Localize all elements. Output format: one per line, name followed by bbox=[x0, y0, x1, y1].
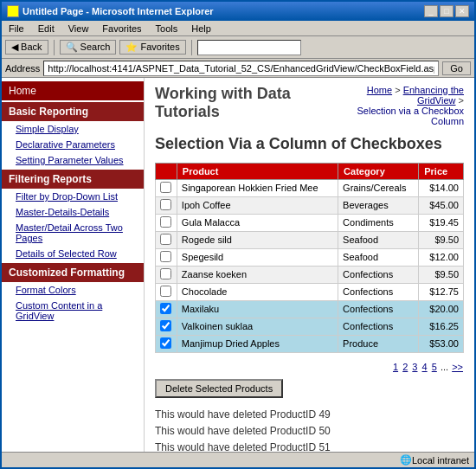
row-price: $45.00 bbox=[419, 196, 464, 214]
row-category: Produce bbox=[338, 335, 419, 352]
go-button[interactable]: Go bbox=[442, 61, 471, 75]
row-checkbox[interactable] bbox=[160, 199, 171, 210]
col-header-checkbox bbox=[156, 163, 177, 179]
row-product: Maxilaku bbox=[177, 300, 338, 318]
row-checkbox[interactable] bbox=[160, 182, 171, 193]
row-product: Valkoinen suklaa bbox=[177, 318, 338, 335]
delete-button[interactable]: Delete Selected Products bbox=[155, 379, 283, 398]
sidebar-item-filter-dropdown[interactable]: Filter by Drop-Down List bbox=[2, 189, 144, 204]
data-table: Product Category Price Singaporean Hokki… bbox=[155, 163, 464, 353]
message-item: This would have deleted ProductID 50 bbox=[155, 423, 464, 440]
search-input[interactable] bbox=[197, 40, 301, 55]
row-checkbox-cell bbox=[156, 300, 177, 318]
menu-file[interactable]: File bbox=[5, 22, 28, 35]
row-price: $53.00 bbox=[419, 335, 464, 352]
sidebar-item-setting-parameter-values[interactable]: Setting Parameter Values bbox=[2, 152, 144, 168]
delete-button-container: Delete Selected Products bbox=[155, 379, 464, 407]
sidebar-section-filtering-reports[interactable]: Filtering Reports bbox=[2, 170, 144, 189]
back-button[interactable]: ◀ Back bbox=[5, 40, 48, 55]
row-checkbox[interactable] bbox=[160, 216, 171, 228]
favorites-button[interactable]: ⭐ Favorites bbox=[119, 40, 185, 55]
row-category: Seafood bbox=[338, 248, 419, 266]
status-text: Local intranet bbox=[412, 455, 469, 466]
message-item: This would have deleted ProductID 49 bbox=[155, 407, 464, 423]
row-price: $14.00 bbox=[419, 179, 464, 196]
col-header-category: Category bbox=[338, 163, 419, 179]
row-checkbox-cell bbox=[156, 318, 177, 335]
page-link-next[interactable]: >> bbox=[452, 362, 463, 372]
row-checkbox[interactable] bbox=[160, 286, 171, 297]
table-row: MaxilakuConfections$20.00 bbox=[156, 300, 464, 318]
row-checkbox[interactable] bbox=[160, 337, 171, 349]
table-row: Gula MalaccaCondiments$19.45 bbox=[156, 214, 464, 231]
row-checkbox[interactable] bbox=[160, 251, 171, 262]
toolbar-separator-2 bbox=[191, 40, 192, 55]
browser-icon bbox=[7, 5, 19, 17]
row-product: Singaporean Hokkien Fried Mee bbox=[177, 179, 338, 196]
menu-help[interactable]: Help bbox=[188, 22, 215, 35]
sidebar-item-details-selected-row[interactable]: Details of Selected Row bbox=[2, 246, 144, 261]
row-checkbox[interactable] bbox=[160, 320, 171, 331]
menu-view[interactable]: View bbox=[65, 22, 93, 35]
minimize-button[interactable]: _ bbox=[424, 5, 438, 17]
row-category: Confections bbox=[338, 283, 419, 300]
sidebar-item-master-details[interactable]: Master-Details-Details bbox=[2, 204, 144, 220]
row-product: Manjimup Dried Apples bbox=[177, 335, 338, 352]
breadcrumb-sep-2: > bbox=[459, 95, 464, 106]
row-checkbox-cell bbox=[156, 214, 177, 231]
row-category: Beverages bbox=[338, 196, 419, 214]
row-category: Confections bbox=[338, 318, 419, 335]
row-checkbox-cell bbox=[156, 283, 177, 300]
site-title: Working with Data Tutorials bbox=[155, 85, 335, 121]
sidebar-item-declarative-parameters[interactable]: Declarative Parameters bbox=[2, 137, 144, 152]
sidebar-section-customized-formatting[interactable]: Customized Formatting bbox=[2, 263, 144, 282]
row-checkbox[interactable] bbox=[160, 234, 171, 245]
home-label: Home bbox=[9, 85, 36, 97]
row-product: Ipoh Coffee bbox=[177, 196, 338, 214]
page-link-3[interactable]: 3 bbox=[412, 362, 417, 372]
sidebar: Home Basic Reporting Simple Display Decl… bbox=[2, 78, 145, 452]
menu-tools[interactable]: Tools bbox=[152, 22, 182, 35]
sidebar-item-simple-display[interactable]: Simple Display bbox=[2, 121, 144, 137]
table-row: Valkoinen suklaaConfections$16.25 bbox=[156, 318, 464, 335]
menu-bar: File Edit View Favorites Tools Help bbox=[2, 21, 474, 36]
sidebar-item-master-detail-two-pages[interactable]: Master/Detail Across Two Pages bbox=[2, 220, 144, 246]
messages-container: This would have deleted ProductID 49This… bbox=[155, 407, 464, 452]
sidebar-item-custom-content-gridview[interactable]: Custom Content in a GridView bbox=[2, 298, 144, 324]
col-header-product: Product bbox=[177, 163, 338, 179]
row-product: Zaanse koeken bbox=[177, 266, 338, 283]
main-panel: Working with Data Tutorials Home > Enhan… bbox=[145, 78, 474, 452]
table-header-row: Product Category Price bbox=[156, 163, 464, 179]
page-link-5[interactable]: 5 bbox=[432, 362, 437, 372]
row-product: Rogede sild bbox=[177, 231, 338, 248]
page-link-2[interactable]: 2 bbox=[402, 362, 408, 372]
row-price: $12.75 bbox=[419, 283, 464, 300]
table-row: Singaporean Hokkien Fried MeeGrains/Cere… bbox=[156, 179, 464, 196]
row-checkbox-cell bbox=[156, 266, 177, 283]
sidebar-section-basic-reporting[interactable]: Basic Reporting bbox=[2, 102, 144, 121]
close-button[interactable]: ✕ bbox=[455, 5, 469, 17]
page-link-1[interactable]: 1 bbox=[393, 362, 398, 372]
status-icon: 🌐 bbox=[400, 454, 412, 466]
page-link-4[interactable]: 4 bbox=[422, 362, 428, 372]
menu-edit[interactable]: Edit bbox=[35, 22, 58, 35]
window-controls: _ □ ✕ bbox=[424, 5, 469, 17]
row-checkbox-cell bbox=[156, 248, 177, 266]
table-row: Ipoh CoffeeBeverages$45.00 bbox=[156, 196, 464, 214]
breadcrumb-parent[interactable]: Enhancing the GridView bbox=[403, 85, 464, 106]
maximize-button[interactable]: □ bbox=[440, 5, 453, 17]
breadcrumb-home[interactable]: Home bbox=[367, 85, 392, 95]
menu-favorites[interactable]: Favorites bbox=[99, 22, 145, 35]
breadcrumb: Home > Enhancing the GridView > Selectio… bbox=[335, 85, 464, 126]
sidebar-item-format-colors[interactable]: Format Colors bbox=[2, 282, 144, 298]
row-product: Spegesild bbox=[177, 248, 338, 266]
search-button[interactable]: 🔍 Search bbox=[60, 40, 117, 55]
status-bar: 🌐 Local intranet bbox=[2, 452, 474, 467]
breadcrumb-sep-1: > bbox=[395, 85, 402, 95]
address-input[interactable] bbox=[43, 61, 439, 76]
row-price: $12.00 bbox=[419, 248, 464, 266]
row-price: $9.50 bbox=[419, 266, 464, 283]
row-checkbox[interactable] bbox=[160, 268, 171, 279]
sidebar-item-home[interactable]: Home bbox=[2, 81, 144, 100]
row-checkbox[interactable] bbox=[160, 303, 171, 314]
